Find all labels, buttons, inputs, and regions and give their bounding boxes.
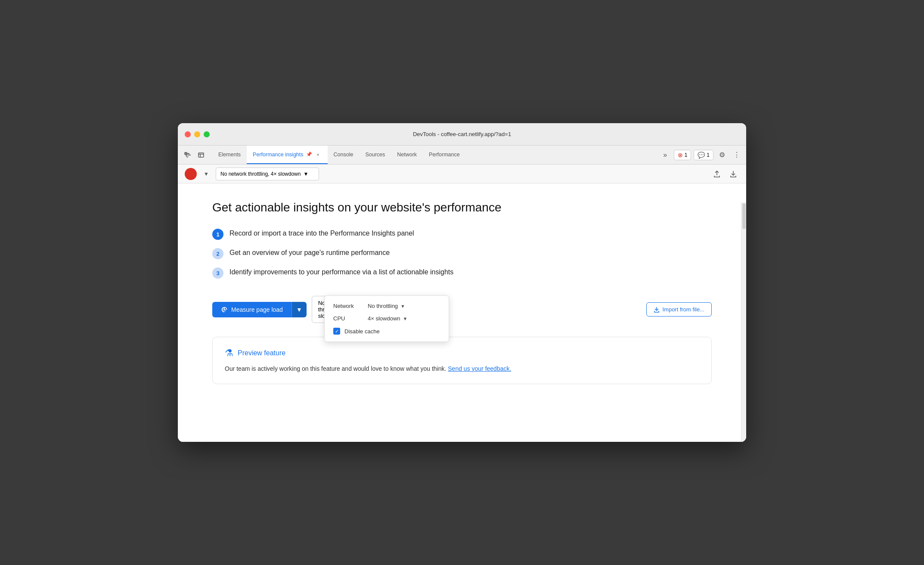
svg-rect-2 <box>198 153 204 157</box>
page-heading: Get actionable insights on your website'… <box>212 201 712 214</box>
tabs-list: Elements Performance insights 📌 × Consol… <box>212 146 656 164</box>
titlebar: DevTools - coffee-cart.netlify.app/?ad=1 <box>178 123 746 146</box>
step-text-2: Get an overview of your page's runtime p… <box>229 248 390 258</box>
tab-performance-insights[interactable]: Performance insights 📌 × <box>247 146 327 164</box>
messages-badge-button[interactable]: 💬 1 <box>694 150 713 160</box>
step-number-2: 2 <box>212 248 223 259</box>
step-number-3: 3 <box>212 267 223 279</box>
step-number-1: 1 <box>212 229 223 240</box>
error-icon: ⊗ <box>678 152 683 158</box>
cpu-select[interactable]: 4× slowdown ▼ <box>368 315 407 322</box>
maximize-traffic-light[interactable] <box>204 131 210 137</box>
tab-performance[interactable]: Performance <box>423 146 466 164</box>
export-button[interactable] <box>711 168 723 180</box>
send-feedback-link[interactable]: Send us your feedback. <box>448 365 511 372</box>
cpu-caret-icon: ▼ <box>403 316 408 321</box>
steps-list: 1 Record or import a trace into the Perf… <box>212 228 712 279</box>
message-icon: 💬 <box>698 152 705 158</box>
toolbar: ▼ No network throttling, 4× slowdown ▼ <box>178 165 746 183</box>
tab-elements[interactable]: Elements <box>212 146 247 164</box>
step-item-2: 2 Get an overview of your page's runtime… <box>212 248 712 259</box>
cpu-row: CPU 4× slowdown ▼ <box>333 315 440 322</box>
preview-feature-title: Preview feature <box>238 349 285 357</box>
step-item-3: 3 Identify improvements to your performa… <box>212 267 712 279</box>
settings-button[interactable]: ⚙ <box>716 149 728 161</box>
import-from-file-button[interactable]: Import from file... <box>646 302 712 317</box>
step-item-1: 1 Record or import a trace into the Perf… <box>212 228 712 240</box>
pin-icon: 📌 <box>306 152 312 157</box>
measure-page-load-button[interactable]: Measure page load <box>212 302 291 317</box>
preview-feature-header: ⚗ Preview feature <box>225 348 699 359</box>
devtools-window: DevTools - coffee-cart.netlify.app/?ad=1 <box>178 123 746 442</box>
network-caret-icon: ▼ <box>400 304 405 309</box>
inspect-tool-button[interactable] <box>195 149 207 161</box>
measure-btn-group: Measure page load ▼ <box>212 302 307 317</box>
toolbar-throttle-select[interactable]: No network throttling, 4× slowdown ▼ <box>216 168 319 180</box>
more-tabs-button[interactable]: » <box>659 149 671 161</box>
tab-sources[interactable]: Sources <box>359 146 391 164</box>
import-toolbar-button[interactable] <box>727 168 739 180</box>
tab-console[interactable]: Console <box>328 146 360 164</box>
step-text-3: Identify improvements to your performanc… <box>229 267 453 277</box>
disable-cache-row: ✓ Disable cache <box>333 328 440 335</box>
messages-count: 1 <box>707 152 710 158</box>
measure-dropdown-button[interactable]: ▼ <box>291 302 307 317</box>
minimize-traffic-light[interactable] <box>194 131 200 137</box>
action-row: Measure page load ▼ No network throttlin… <box>212 296 712 323</box>
errors-badge-button[interactable]: ⊗ 1 <box>674 150 691 160</box>
preview-feature-text: Our team is actively working on this fea… <box>225 364 699 373</box>
network-select[interactable]: No throttling ▼ <box>368 303 405 309</box>
network-row: Network No throttling ▼ <box>333 303 440 309</box>
tab-network[interactable]: Network <box>391 146 423 164</box>
traffic-lights <box>185 131 210 137</box>
flask-icon: ⚗ <box>225 348 233 359</box>
errors-count: 1 <box>685 152 688 158</box>
tab-close-button[interactable]: × <box>315 151 322 158</box>
scrollbar-thumb[interactable] <box>742 203 746 229</box>
main-content: Get actionable insights on your website'… <box>178 183 746 442</box>
tabbar-right: » ⊗ 1 💬 1 ⚙ ⋮ <box>656 146 743 164</box>
disable-cache-label: Disable cache <box>344 328 380 335</box>
record-button[interactable] <box>185 168 197 180</box>
network-label: Network <box>333 303 363 309</box>
close-traffic-light[interactable] <box>185 131 191 137</box>
cursor-tool-button[interactable] <box>181 149 193 161</box>
tab-tool-icons <box>181 146 212 164</box>
window-title: DevTools - coffee-cart.netlify.app/?ad=1 <box>413 131 511 137</box>
tabbar: Elements Performance insights 📌 × Consol… <box>178 146 746 165</box>
preview-feature-box: ⚗ Preview feature Our team is actively w… <box>212 337 712 384</box>
throttle-popup: Network No throttling ▼ CPU 4× slowdown … <box>324 295 449 342</box>
cpu-label: CPU <box>333 315 363 322</box>
record-dropdown-button[interactable]: ▼ <box>201 169 211 179</box>
scrollbar-track[interactable] <box>741 202 746 442</box>
step-text-1: Record or import a trace into the Perfor… <box>229 228 414 239</box>
disable-cache-checkbox[interactable]: ✓ <box>333 328 340 335</box>
more-options-button[interactable]: ⋮ <box>731 149 743 161</box>
